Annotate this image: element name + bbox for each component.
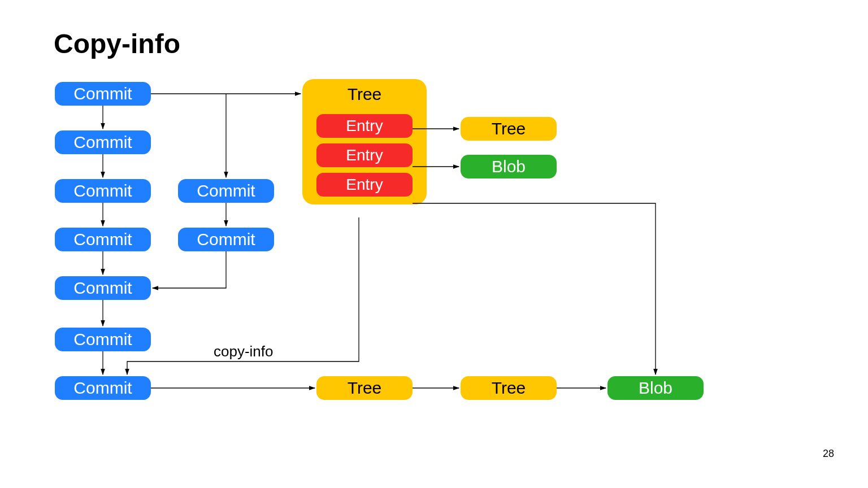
blob-bottom: Blob xyxy=(607,376,704,400)
commit-node-5: Commit xyxy=(55,276,151,300)
tree-entry-1: Entry xyxy=(316,114,413,138)
commit-node-1: Commit xyxy=(55,82,151,106)
commit-branch-2: Commit xyxy=(178,228,274,251)
tree-entry-2: Entry xyxy=(316,143,413,167)
commit-node-6: Commit xyxy=(55,328,151,351)
commit-node-4: Commit xyxy=(55,228,151,251)
tree-entry-3: Entry xyxy=(316,173,413,197)
commit-branch-1: Commit xyxy=(178,179,274,203)
slide-title: Copy-info xyxy=(54,28,180,59)
tree-bottom-1: Tree xyxy=(316,376,413,400)
tree-small-right: Tree xyxy=(461,117,557,141)
copy-info-label: copy-info xyxy=(214,343,274,360)
page-number: 28 xyxy=(823,448,834,460)
commit-node-2: Commit xyxy=(55,130,151,154)
blob-right: Blob xyxy=(461,155,557,178)
tree-title: Tree xyxy=(348,85,382,104)
tree-container: Tree Entry Entry Entry xyxy=(302,79,427,204)
commit-node-3: Commit xyxy=(55,179,151,203)
commit-node-7: Commit xyxy=(55,376,151,400)
tree-bottom-2: Tree xyxy=(461,376,557,400)
